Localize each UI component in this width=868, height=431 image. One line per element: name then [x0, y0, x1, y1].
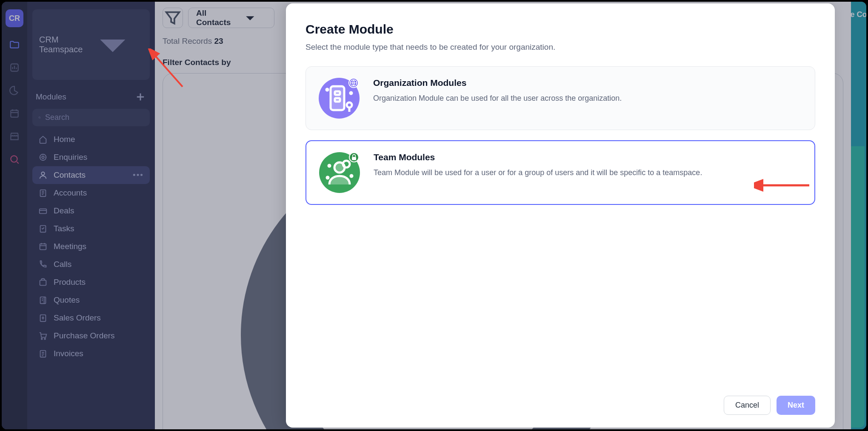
create-module-modal: Create Module Select the module type tha… [286, 3, 835, 428]
cancel-button[interactable]: Cancel [724, 396, 771, 415]
modal-subtitle: Select the module type that needs to be … [306, 43, 815, 52]
svg-rect-32 [352, 157, 356, 160]
globe-badge-icon [348, 78, 359, 88]
option-desc: Team Module will be used for a user or f… [374, 167, 702, 179]
next-button[interactable]: Next [777, 396, 815, 415]
svg-point-25 [350, 92, 352, 94]
svg-point-29 [328, 165, 330, 167]
option-title: Team Modules [374, 152, 702, 162]
svg-point-31 [327, 177, 328, 179]
svg-point-30 [351, 175, 352, 177]
option-organization-modules[interactable]: Organization Modules Organization Module… [306, 66, 815, 130]
svg-point-24 [326, 89, 328, 91]
team-icon [319, 152, 360, 193]
option-title: Organization Modules [373, 78, 622, 88]
svg-point-28 [343, 161, 350, 167]
option-desc: Organization Module can be used for all … [373, 92, 622, 105]
organization-icon [319, 78, 360, 119]
modal-title: Create Module [306, 22, 815, 37]
lock-badge-icon [349, 152, 359, 162]
option-team-modules[interactable]: Team Modules Team Module will be used fo… [306, 140, 815, 205]
svg-point-22 [347, 102, 352, 108]
